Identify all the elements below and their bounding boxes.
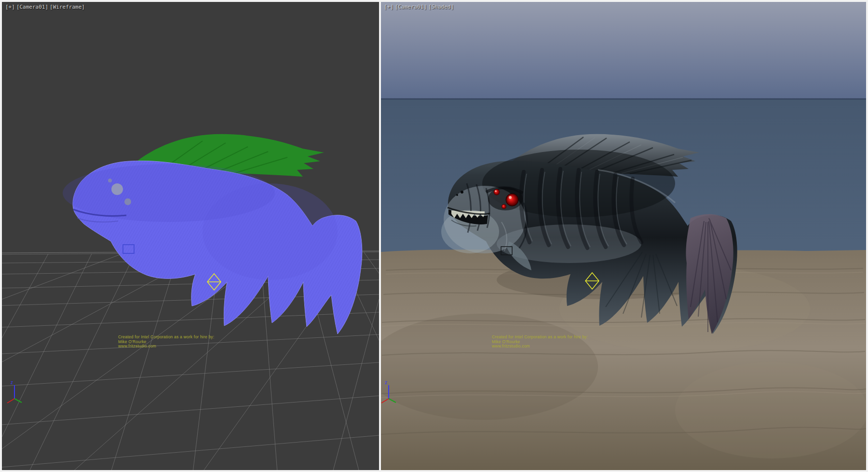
viewport-menu-general[interactable]: [+] [384, 4, 393, 10]
watermark-line: www.fritzstudio.com [118, 344, 214, 349]
viewport-menu-pov[interactable]: [Camera01] [16, 4, 48, 10]
viewport-menu-shading[interactable]: [Shaded] [428, 4, 454, 10]
viewport-menu-shading[interactable]: [Wireframe] [50, 4, 85, 10]
viewport-menu-general[interactable]: [+] [5, 4, 15, 10]
viewport-label-left: [+][Camera01][Wireframe] [5, 4, 86, 10]
viewport-right[interactable] [381, 2, 866, 470]
viewport-label-right: [+][Camera01][Shaded] [384, 4, 455, 10]
watermark-line: www.fritzstudio.com [492, 344, 588, 349]
viewport-left[interactable] [2, 2, 379, 470]
viewport-menu-pov[interactable]: [Camera01] [395, 4, 427, 10]
watermark-text: Created for Intel Corporation as a work … [492, 335, 588, 349]
watermark-text: Created for Intel Corporation as a work … [118, 335, 214, 349]
viewport-split-container: z [0, 0, 868, 472]
